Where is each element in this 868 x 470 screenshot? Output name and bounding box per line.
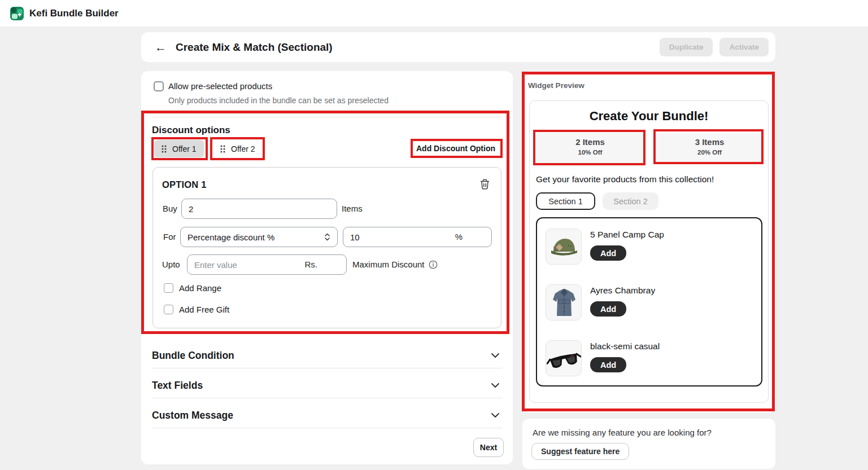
currency-unit: Rs.: [305, 254, 318, 275]
drag-handle-icon[interactable]: [162, 145, 167, 153]
collapsible-text-fields[interactable]: Text Fields: [152, 376, 502, 394]
add-free-gift-row: Add Free Gift: [164, 305, 229, 314]
app-logo-icon: [10, 7, 24, 20]
add-free-gift-label: Add Free Gift: [179, 305, 229, 314]
discount-value-input[interactable]: [343, 227, 492, 247]
widget-headline: Create Your Bundle!: [530, 109, 768, 124]
product-name: black-semi casual: [590, 341, 660, 352]
option-title: OPTION 1: [162, 179, 207, 190]
chevron-down-icon: [491, 383, 500, 388]
buy-quantity-field: [181, 199, 337, 219]
collapsible-label: Custom Message: [152, 410, 233, 421]
product-list: 5 Panel Camp Cap Add Ayres Chambray: [536, 217, 762, 386]
discount-value-field: %: [343, 227, 492, 247]
section-divider: [152, 368, 502, 368]
tier-tile-2-items[interactable]: 2 Items 10% Off: [537, 133, 643, 163]
header-actions: Duplicate Activate: [660, 38, 769, 56]
bundle-form-card: Allow pre-selected products Only product…: [141, 71, 513, 464]
tier-discount: 20% Off: [657, 149, 762, 156]
offer-tab-label: Offer 1: [172, 144, 197, 153]
back-button[interactable]: ←: [152, 40, 169, 54]
info-icon[interactable]: [429, 260, 438, 269]
product-name: Ayres Chambray: [590, 285, 655, 296]
chevron-down-icon: [491, 353, 500, 358]
upto-label: Upto: [162, 254, 180, 275]
discount-type-select[interactable]: Percentage discount %: [180, 227, 338, 247]
page-title: Create Mix & Match (Sectional): [176, 41, 333, 54]
section-divider: [152, 428, 502, 428]
product-image-sunglasses: [546, 340, 582, 376]
product-image-camp-cap: [546, 229, 582, 265]
buy-label: Buy: [163, 199, 177, 219]
activate-button[interactable]: Activate: [719, 38, 769, 56]
drag-handle-icon[interactable]: [220, 145, 225, 153]
product-row: black-semi casual Add: [537, 340, 761, 385]
select-updown-icon: [324, 232, 330, 241]
upto-value-field: Rs.: [187, 254, 347, 275]
add-product-button[interactable]: Add: [590, 301, 626, 317]
widget-preview-card: Create Your Bundle! 2 Items 10% Off 3 It…: [529, 100, 769, 403]
widget-subtitle: Get your favorite products from this col…: [536, 174, 714, 185]
offer-tab-1[interactable]: Offer 1: [154, 140, 204, 157]
section-divider: [152, 398, 502, 398]
add-range-label: Add Range: [179, 283, 221, 293]
maximum-discount-label: Maximum Discount: [352, 254, 438, 275]
add-discount-option-button[interactable]: Add Discount Option: [413, 140, 499, 157]
preselect-checkbox[interactable]: [154, 81, 164, 91]
buy-quantity-input[interactable]: [181, 199, 337, 219]
product-row: 5 Panel Camp Cap Add: [537, 229, 761, 274]
delete-option-button[interactable]: [479, 178, 491, 191]
trash-icon: [480, 179, 490, 190]
preselect-label: Allow pre-selected products: [168, 81, 272, 91]
section-tab-2[interactable]: Section 2: [603, 192, 658, 210]
add-free-gift-checkbox[interactable]: [164, 305, 173, 314]
widget-preview-title: Widget Preview: [528, 81, 585, 90]
suggest-feature-button[interactable]: Suggest feature here: [531, 443, 629, 460]
maximum-discount-text: Maximum Discount: [352, 254, 425, 275]
tier-quantity: 2 Items: [537, 137, 643, 147]
page-header: ← Create Mix & Match (Sectional) Duplica…: [141, 32, 775, 62]
app-title: Kefi Bundle Builder: [29, 8, 119, 19]
add-product-button[interactable]: Add: [590, 245, 626, 261]
tier-quantity: 3 Items: [657, 137, 762, 147]
collapsible-label: Bundle Condition: [152, 350, 234, 362]
product-row: Ayres Chambray Add: [537, 284, 761, 330]
add-product-button[interactable]: Add: [590, 357, 626, 372]
next-button[interactable]: Next: [473, 438, 504, 457]
section-divider: [152, 117, 501, 117]
section-tab-1[interactable]: Section 1: [536, 192, 595, 210]
widget-preview-panel: Widget Preview Create Your Bundle! 2 Ite…: [522, 71, 775, 412]
discount-option-card: OPTION 1 Buy Items For Percentage discou…: [152, 167, 501, 328]
collapsible-bundle-condition[interactable]: Bundle Condition: [152, 346, 502, 364]
product-name: 5 Panel Camp Cap: [590, 230, 664, 240]
discount-options-heading: Discount options: [152, 125, 230, 136]
items-label: Items: [342, 199, 363, 219]
collapsible-custom-message[interactable]: Custom Message: [152, 406, 502, 424]
duplicate-button[interactable]: Duplicate: [660, 38, 713, 56]
upto-value-input[interactable]: [187, 254, 347, 275]
tier-discount: 10% Off: [537, 149, 643, 156]
feedback-question: Are we missing any feature you are looki…: [533, 428, 712, 437]
feedback-card: Are we missing any feature you are looki…: [522, 419, 775, 469]
tier-tile-3-items[interactable]: 3 Items 20% Off: [657, 133, 762, 163]
for-label: For: [163, 227, 176, 247]
topbar: Kefi Bundle Builder: [0, 0, 868, 27]
discount-unit: %: [455, 227, 463, 247]
offer-tab-label: Offer 2: [231, 144, 255, 153]
add-range-checkbox[interactable]: [164, 283, 173, 293]
preselect-helper-text: Only products included in the bundle can…: [168, 96, 389, 105]
collapsible-label: Text Fields: [152, 380, 203, 392]
offer-tab-2[interactable]: Offer 2: [213, 140, 263, 157]
chevron-down-icon: [491, 412, 500, 418]
discount-type-value: Percentage discount %: [187, 232, 274, 242]
product-image-denim-shirt: [546, 284, 582, 320]
add-range-row: Add Range: [164, 283, 221, 293]
